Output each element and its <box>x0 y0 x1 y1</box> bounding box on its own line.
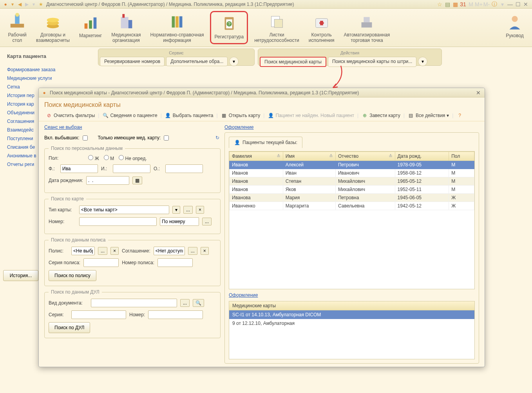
col-name[interactable]: Имя ≛ <box>283 152 335 161</box>
nav-marketing[interactable]: Маркетинг <box>76 11 105 44</box>
choose-patient-button[interactable]: 👤Выбрать пациента <box>163 112 215 119</box>
clear-filters-button[interactable]: ⊘Очистить фильтры <box>44 112 96 119</box>
svg-rect-23 <box>319 22 324 24</box>
design-link[interactable]: Оформление <box>224 124 479 130</box>
search-barcode-button[interactable]: Поиск медицинской карты по штри... <box>328 57 416 67</box>
nav-contracts[interactable]: Договоры и взаиморасчеты <box>33 11 73 44</box>
sidebar-item-1[interactable]: Медицинские услуги <box>3 74 93 83</box>
doctype-search[interactable]: 🔍 <box>193 299 204 307</box>
table-row[interactable]: ИвановЯковМихайлович1952-05-11М <box>230 186 474 194</box>
nav-control[interactable]: Контроль исполнения <box>306 11 338 44</box>
sex-n-radio[interactable]: Не опред. <box>119 155 147 161</box>
table-row[interactable]: ИвановАлексейПетрович1978-09-05М <box>230 161 474 169</box>
create-card-button[interactable]: ⊕Завести карту <box>360 112 402 119</box>
star-icon[interactable]: ★ <box>38 1 44 7</box>
nav-reference[interactable]: Нормативно-справочная информация <box>147 11 207 44</box>
search-polis-button[interactable]: Поиск по полису <box>49 270 96 281</box>
table-row[interactable]: ИванченкоМаргаритаСавельевна1942-05-12Ж <box>230 202 474 210</box>
card-mode-input[interactable] <box>160 217 199 226</box>
svg-point-5 <box>47 18 59 22</box>
favorites-icon[interactable]: ☆ <box>436 1 443 7</box>
card-mode-more[interactable]: ... <box>202 218 212 225</box>
nav-desktop[interactable]: Рабочий стол <box>5 11 30 44</box>
minimize-icon[interactable]: — <box>507 1 513 7</box>
reserve-numbers-button[interactable]: Резервирование номеров <box>100 57 165 66</box>
search-card-button[interactable]: Поиск медицинской карты <box>260 57 326 67</box>
card-type-dropdown[interactable]: ▾ <box>172 206 180 214</box>
card-row[interactable]: SC-I1 от 14.10.13, Амбулаторная DICOM <box>229 310 474 319</box>
patients-table: Фамилия ≛ Имя ≛ Отчество ≛ Дата рожд. По… <box>229 151 475 289</box>
back-icon[interactable]: ◀ <box>16 1 23 7</box>
forward-icon[interactable]: ▶ <box>24 1 30 7</box>
polis-number-input[interactable] <box>157 258 193 267</box>
dul-number-input[interactable] <box>148 310 203 319</box>
polis-clear[interactable]: × <box>110 247 119 255</box>
patronymic-input[interactable] <box>165 164 203 173</box>
calendar-icon[interactable]: 31 <box>460 1 466 7</box>
fav-dropdown-icon[interactable]: ▾ <box>31 1 37 7</box>
nav-pos[interactable]: Автоматизированная торговая точка <box>340 11 393 44</box>
help-icon[interactable]: ⓘ <box>491 1 498 7</box>
card-number-input[interactable] <box>79 217 157 226</box>
modal-close-icon[interactable]: ✕ <box>474 90 482 96</box>
dropdown-icon[interactable]: ▾ <box>9 1 16 7</box>
mminus-icon[interactable]: M- <box>483 1 490 7</box>
design-link-2[interactable]: Оформление <box>229 292 475 298</box>
doctype-input[interactable] <box>91 299 177 307</box>
doctype-more[interactable]: ... <box>180 299 190 307</box>
sex-f-radio[interactable]: Ж <box>88 155 99 161</box>
patient-info-button[interactable]: 🔍Сведения о пациенте <box>101 112 159 119</box>
table-row[interactable]: ИвановСтепанМихайлович1965-05-12М <box>230 177 474 186</box>
surname-input[interactable] <box>60 164 98 173</box>
calc-icon[interactable]: ▦ <box>452 1 458 7</box>
refresh-icon[interactable]: ↻ <box>214 135 221 141</box>
nav-medorg[interactable]: Медицинская организация <box>108 11 144 44</box>
card-type-more[interactable]: ... <box>183 206 193 214</box>
polis-series-input[interactable] <box>83 258 119 267</box>
new-patient-button[interactable]: 👤Пациент не найден. Новый пациент <box>266 112 356 119</box>
sex-m-radio[interactable]: М <box>104 155 114 161</box>
nav-sickleave[interactable]: Листки нетрудоспособности <box>251 11 302 44</box>
col-patr[interactable]: Отчество ≛ <box>335 152 395 161</box>
polis-more[interactable]: ... <box>98 247 107 255</box>
col-dob[interactable]: Дата рожд. <box>395 152 449 161</box>
card-type-input[interactable] <box>79 206 169 214</box>
history-icon[interactable]: ▤ <box>444 1 451 7</box>
card-row[interactable]: 9 от 12.12.10, Амбулаторная <box>229 319 474 328</box>
col-surname[interactable]: Фамилия ≛ <box>230 152 283 161</box>
patients-tab[interactable]: 👤Пациенты текущей базы: <box>229 137 302 148</box>
modal-help-button[interactable]: ? <box>455 112 464 119</box>
seance-link[interactable]: Сеанс не выбран <box>44 124 221 130</box>
card-type-clear[interactable]: × <box>196 206 204 214</box>
maximize-icon[interactable]: ☐ <box>515 1 521 7</box>
actions-more-icon[interactable]: ▾ <box>418 57 427 66</box>
nav-registry[interactable]: ? Регистратура <box>210 11 248 44</box>
agreement-clear[interactable]: × <box>201 247 209 255</box>
agreement-more[interactable]: ... <box>188 247 197 255</box>
table-row[interactable]: ИвановИванИванович1958-08-12М <box>230 169 474 177</box>
open-card-button[interactable]: ▦Открыть карту <box>219 112 262 119</box>
mplus-icon[interactable]: M+ <box>476 1 482 7</box>
m-icon[interactable]: M <box>468 1 474 7</box>
clear-icon: ⊘ <box>46 112 52 119</box>
table-row[interactable]: ИвановаМарияПетровна1945-06-05Ж <box>230 194 474 202</box>
dob-calendar-button[interactable]: ▦ <box>132 177 142 184</box>
sidebar-item-0[interactable]: Формирование заказа <box>3 65 93 74</box>
dob-input[interactable] <box>86 176 129 185</box>
close-icon[interactable]: ✕ <box>523 1 529 7</box>
nav-management[interactable]: Руковод <box>502 11 527 44</box>
polis-input[interactable] <box>71 247 95 255</box>
search-dul-button[interactable]: Поиск по ДУЛ <box>49 322 90 333</box>
help-dropdown-icon[interactable]: ▾ <box>499 1 505 7</box>
col-sex[interactable]: Пол <box>449 152 474 161</box>
additional-button[interactable]: Дополнительные обра... <box>166 57 228 66</box>
incl-left-checkbox[interactable] <box>83 135 88 141</box>
modal-heading: Поиск медицинской карты <box>39 97 485 110</box>
service-more-icon[interactable]: ▾ <box>229 57 239 66</box>
name-input[interactable] <box>113 164 150 173</box>
history-button[interactable]: История... <box>3 270 38 281</box>
dul-series-input[interactable] <box>71 310 126 319</box>
only-card-checkbox[interactable] <box>164 135 169 141</box>
all-actions-button[interactable]: ▤Все действия ▾ <box>406 112 451 119</box>
agreement-input[interactable] <box>154 247 185 255</box>
